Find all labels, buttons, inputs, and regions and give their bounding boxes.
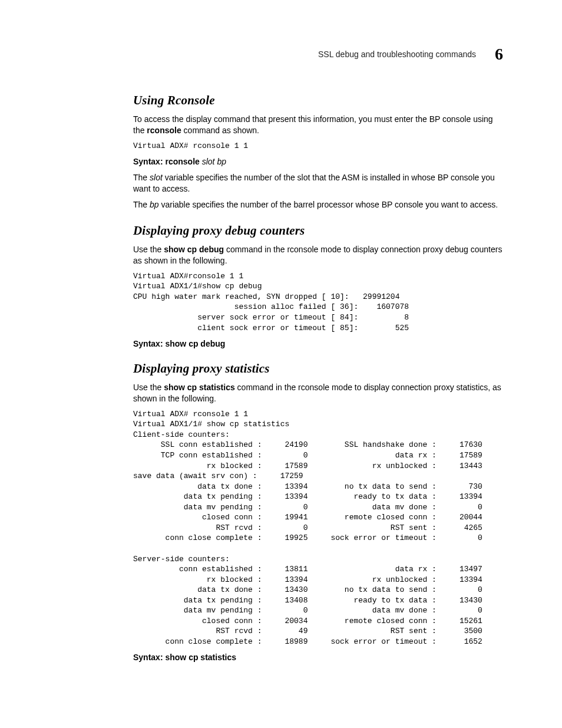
syntax-command: rconsole [163, 157, 202, 166]
syntax-rconsole: Syntax: rconsole slot bp [133, 157, 503, 166]
syntax-label: Syntax: [133, 339, 163, 348]
syntax-command: show cp debug [163, 339, 226, 348]
text: variable specifies the number of the slo… [133, 173, 495, 193]
rconsole-intro: To access the display command that prese… [133, 114, 503, 136]
syntax-label: Syntax: [133, 157, 163, 166]
code-block-stats: Virtual ADX# rconsole 1 1 Virtual ADX1/1… [133, 409, 503, 647]
section-heading-rconsole: Using Rconsole [133, 93, 503, 108]
syntax-args: slot bp [202, 157, 226, 166]
text: The [133, 173, 150, 182]
section-heading-debug: Displaying proxy debug counters [133, 223, 503, 238]
page: SSL debug and troubleshooting commands 6… [0, 0, 562, 728]
syntax-label: Syntax: [133, 653, 163, 662]
debug-intro: Use the show cp debug command in the rco… [133, 244, 503, 266]
chapter-number: 6 [495, 45, 503, 64]
code-block-rconsole: Virtual ADX# rconsole 1 1 [133, 141, 503, 151]
running-title: SSL debug and troubleshooting commands [318, 50, 476, 59]
text: The [133, 200, 150, 209]
variable-name: slot [150, 173, 163, 182]
text: Use the [133, 383, 164, 392]
text: variable specifies the number of the bar… [159, 200, 498, 209]
command-name: show cp statistics [164, 383, 235, 392]
stats-intro: Use the show cp statistics command in th… [133, 382, 503, 404]
section-heading-stats: Displaying proxy statistics [133, 361, 503, 376]
text: Use the [133, 245, 164, 254]
code-block-debug: Virtual ADX#rconsole 1 1 Virtual ADX1/1#… [133, 271, 503, 333]
text: command as shown. [181, 126, 259, 135]
rconsole-bp-paragraph: The bp variable specifies the number of … [133, 199, 503, 210]
syntax-debug: Syntax: show cp debug [133, 339, 503, 348]
command-name: show cp debug [164, 245, 224, 254]
syntax-command: show cp statistics [163, 653, 236, 662]
rconsole-slot-paragraph: The slot variable specifies the number o… [133, 172, 503, 195]
variable-name: bp [150, 200, 159, 209]
syntax-stats: Syntax: show cp statistics [133, 653, 503, 662]
running-header: SSL debug and troubleshooting commands 6 [133, 45, 503, 64]
command-name: rconsole [147, 126, 181, 135]
